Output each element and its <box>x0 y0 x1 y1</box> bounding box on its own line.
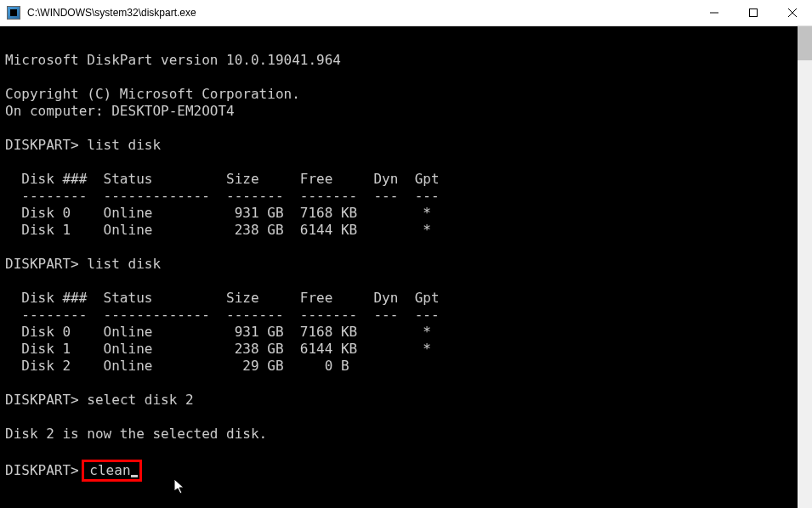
vertical-scrollbar[interactable] <box>798 26 812 508</box>
table2-divider: -------- ------------- ------- ------- -… <box>5 307 440 323</box>
cmd-list-disk-1: list disk <box>87 137 161 153</box>
table1-row-disk0: Disk 0 Online 931 GB 7168 KB * <box>5 205 431 221</box>
prompt: DISKPART> <box>5 392 79 408</box>
minimize-button[interactable] <box>695 0 734 25</box>
prompt: DISKPART> <box>5 137 79 153</box>
table2-header: Disk ### Status Size Free Dyn Gpt <box>5 290 440 306</box>
prompt: DISKPART> <box>5 256 79 272</box>
maximize-icon <box>749 8 758 17</box>
prompt: DISKPART> <box>5 462 79 478</box>
cmd-list-disk-2: list disk <box>87 256 161 272</box>
window-controls <box>695 0 812 25</box>
cmd-select-disk: select disk 2 <box>87 392 193 408</box>
app-icon <box>7 6 20 20</box>
version-line: Microsoft DiskPart version 10.0.19041.96… <box>5 52 341 68</box>
table1-row-disk1: Disk 1 Online 238 GB 6144 KB * <box>5 222 431 238</box>
select-response: Disk 2 is now the selected disk. <box>5 426 267 442</box>
cmd-clean: clean <box>89 462 130 478</box>
table2-row-disk0: Disk 0 Online 931 GB 7168 KB * <box>5 324 431 340</box>
minimize-icon <box>710 8 718 17</box>
computer-line: On computer: DESKTOP-EM2OOT4 <box>5 103 235 119</box>
close-button[interactable] <box>773 0 812 25</box>
maximize-button[interactable] <box>734 0 773 25</box>
table2-row-disk2: Disk 2 Online 29 GB 0 B <box>5 358 349 374</box>
table2-row-disk1: Disk 1 Online 238 GB 6144 KB * <box>5 341 431 357</box>
window-titlebar: C:\WINDOWS\system32\diskpart.exe <box>0 0 812 26</box>
terminal-output[interactable]: Microsoft DiskPart version 10.0.19041.96… <box>0 26 798 508</box>
table1-header: Disk ### Status Size Free Dyn Gpt <box>5 171 440 187</box>
close-icon <box>788 8 797 17</box>
table1-divider: -------- ------------- ------- ------- -… <box>5 188 440 204</box>
highlighted-command: clean <box>82 460 141 482</box>
copyright-line: Copyright (C) Microsoft Corporation. <box>5 86 300 102</box>
window-title: C:\WINDOWS\system32\diskpart.exe <box>27 7 695 19</box>
svg-rect-1 <box>750 9 758 17</box>
text-cursor <box>131 475 138 477</box>
scrollbar-thumb[interactable] <box>798 26 812 60</box>
